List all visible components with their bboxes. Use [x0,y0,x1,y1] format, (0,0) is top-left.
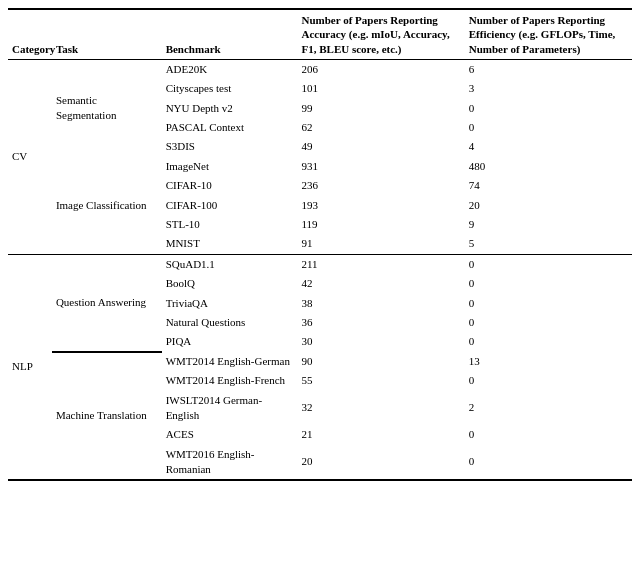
cell-accuracy: 38 [298,294,465,313]
cell-accuracy: 55 [298,371,465,390]
cell-benchmark: ADE20K [162,59,298,79]
cell-efficiency: 0 [465,294,632,313]
cell-efficiency: 0 [465,313,632,332]
cell-accuracy: 931 [298,157,465,176]
cell-accuracy: 91 [298,234,465,254]
cell-category-cv: CV [8,59,52,254]
cell-accuracy: 30 [298,332,465,351]
cell-efficiency: 6 [465,59,632,79]
cell-accuracy: 62 [298,118,465,137]
cell-efficiency: 2 [465,391,632,426]
cell-benchmark: BoolQ [162,274,298,293]
cell-accuracy: 236 [298,176,465,195]
cell-efficiency: 0 [465,425,632,444]
cell-benchmark: TriviaQA [162,294,298,313]
header-benchmark: Benchmark [162,9,298,59]
cell-efficiency: 3 [465,79,632,98]
cell-benchmark: PASCAL Context [162,118,298,137]
cell-efficiency: 0 [465,371,632,390]
header-category: Category [8,9,52,59]
cell-efficiency: 0 [465,99,632,118]
cell-task: Question Answering [52,254,162,351]
cell-benchmark: ImageNet [162,157,298,176]
cell-benchmark: ACES [162,425,298,444]
header-efficiency: Number of Papers Reporting Efficiency (e… [465,9,632,59]
cell-benchmark: WMT2014 English-French [162,371,298,390]
cell-accuracy: 90 [298,352,465,371]
cell-accuracy: 42 [298,274,465,293]
cell-accuracy: 32 [298,391,465,426]
cell-efficiency: 0 [465,118,632,137]
cell-efficiency: 74 [465,176,632,195]
cell-efficiency: 5 [465,234,632,254]
cell-task: Semantic Segmentation [52,59,162,156]
cell-efficiency: 0 [465,254,632,274]
cell-benchmark: Natural Questions [162,313,298,332]
header-accuracy: Number of Papers Reporting Accuracy (e.g… [298,9,465,59]
cell-accuracy: 211 [298,254,465,274]
cell-accuracy: 49 [298,137,465,156]
cell-accuracy: 36 [298,313,465,332]
cell-accuracy: 206 [298,59,465,79]
cell-benchmark: WMT2014 English-German [162,352,298,371]
cell-accuracy: 21 [298,425,465,444]
cell-category-nlp: NLP [8,254,52,480]
cell-efficiency: 0 [465,274,632,293]
cell-benchmark: WMT2016 English-Romanian [162,445,298,481]
cell-accuracy: 119 [298,215,465,234]
cell-efficiency: 20 [465,196,632,215]
cell-task: Image Classification [52,157,162,254]
cell-task: Machine Translation [52,352,162,481]
cell-benchmark: CIFAR-100 [162,196,298,215]
cell-efficiency: 4 [465,137,632,156]
cell-benchmark: S3DIS [162,137,298,156]
header-task: Task [52,9,162,59]
cell-benchmark: MNIST [162,234,298,254]
cell-efficiency: 0 [465,332,632,351]
cell-accuracy: 20 [298,445,465,481]
cell-efficiency: 480 [465,157,632,176]
cell-benchmark: Cityscapes test [162,79,298,98]
cell-benchmark: SQuAD1.1 [162,254,298,274]
cell-benchmark: CIFAR-10 [162,176,298,195]
cell-benchmark: NYU Depth v2 [162,99,298,118]
cell-accuracy: 99 [298,99,465,118]
cell-efficiency: 0 [465,445,632,481]
cell-efficiency: 9 [465,215,632,234]
cell-benchmark: STL-10 [162,215,298,234]
cell-accuracy: 101 [298,79,465,98]
cell-efficiency: 13 [465,352,632,371]
cell-accuracy: 193 [298,196,465,215]
cell-benchmark: IWSLT2014 German-English [162,391,298,426]
cell-benchmark: PIQA [162,332,298,351]
